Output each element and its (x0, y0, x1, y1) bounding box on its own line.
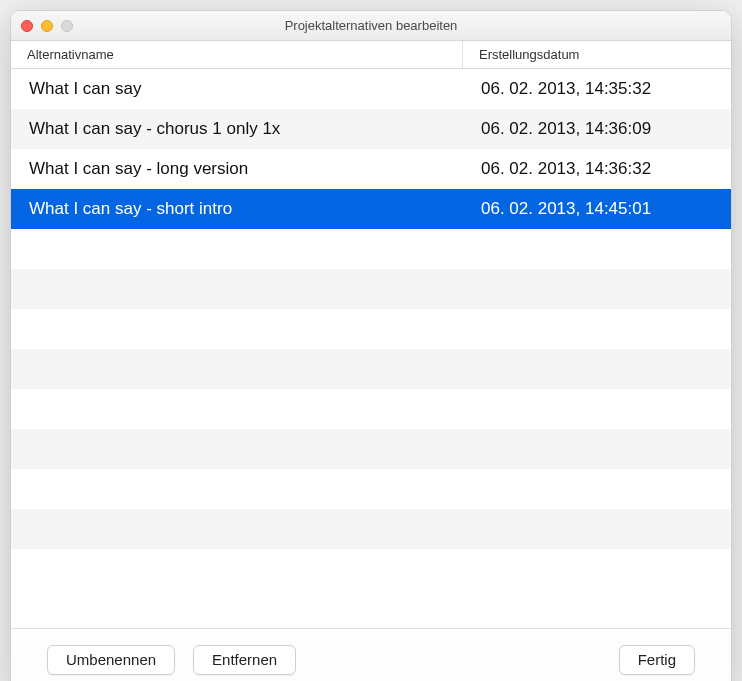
table-row[interactable]: What I can say - long version06. 02. 201… (11, 149, 731, 189)
cell-name: What I can say - short intro (11, 199, 463, 219)
titlebar: Projektalternativen bearbeiten (11, 11, 731, 41)
empty-row (11, 429, 731, 469)
table-row[interactable]: What I can say - short intro06. 02. 2013… (11, 189, 731, 229)
empty-row (11, 229, 731, 269)
table-row[interactable]: What I can say - chorus 1 only 1x06. 02.… (11, 109, 731, 149)
close-icon[interactable] (21, 20, 33, 32)
cell-date: 06. 02. 2013, 14:36:09 (463, 119, 731, 139)
table-body[interactable]: What I can say06. 02. 2013, 14:35:32What… (11, 69, 731, 628)
cell-name: What I can say (11, 79, 463, 99)
empty-row (11, 269, 731, 309)
done-button[interactable]: Fertig (619, 645, 695, 675)
column-header-name[interactable]: Alternativname (11, 41, 463, 68)
maximize-icon (61, 20, 73, 32)
dialog-window: Projektalternativen bearbeiten Alternati… (10, 10, 732, 681)
column-header-date[interactable]: Erstellungsdatum (463, 41, 731, 68)
rename-button[interactable]: Umbenennen (47, 645, 175, 675)
cell-date: 06. 02. 2013, 14:35:32 (463, 79, 731, 99)
cell-date: 06. 02. 2013, 14:36:32 (463, 159, 731, 179)
table-header: Alternativname Erstellungsdatum (11, 41, 731, 69)
empty-row (11, 349, 731, 389)
footer: Umbenennen Entfernen Fertig (11, 628, 731, 681)
remove-button[interactable]: Entfernen (193, 645, 296, 675)
empty-row (11, 509, 731, 549)
empty-row (11, 309, 731, 349)
empty-row (11, 389, 731, 429)
window-controls (21, 20, 73, 32)
window-title: Projektalternativen bearbeiten (21, 18, 721, 33)
empty-row (11, 469, 731, 509)
cell-name: What I can say - long version (11, 159, 463, 179)
cell-date: 06. 02. 2013, 14:45:01 (463, 199, 731, 219)
minimize-icon[interactable] (41, 20, 53, 32)
empty-row (11, 549, 731, 589)
cell-name: What I can say - chorus 1 only 1x (11, 119, 463, 139)
table-row[interactable]: What I can say06. 02. 2013, 14:35:32 (11, 69, 731, 109)
